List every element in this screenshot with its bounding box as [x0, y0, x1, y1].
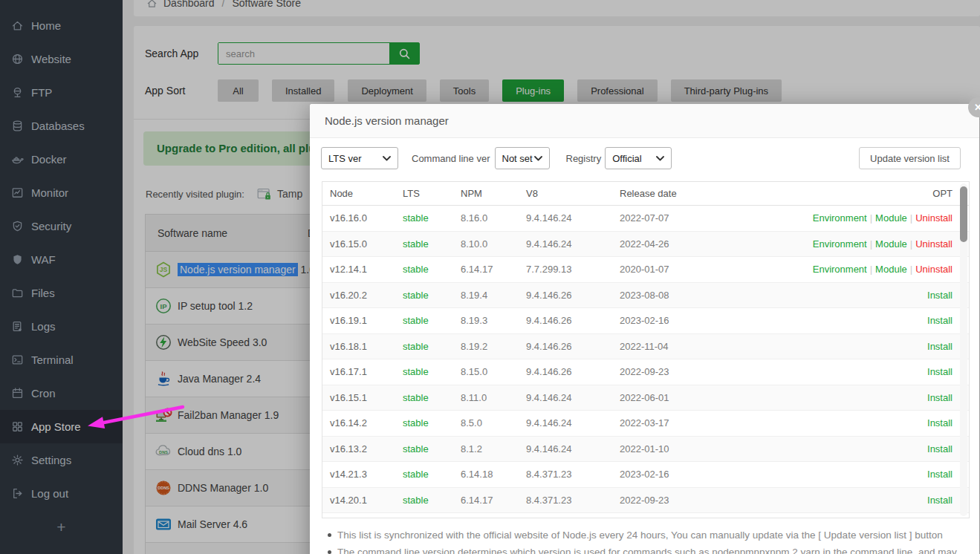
opt-cell: Install — [798, 417, 969, 428]
opt-cell: Install — [798, 290, 969, 301]
table-scrollbar-track[interactable] — [960, 183, 967, 516]
registry-label: Registry — [566, 153, 602, 164]
node-version-row-v16-15-0: v16.15.0stable8.10.09.4.146.242022-04-26… — [322, 232, 969, 258]
lts-cell: stable — [403, 392, 461, 403]
npm-cell: 8.1.2 — [461, 443, 526, 454]
release-date-cell: 2022-09-23 — [620, 366, 798, 377]
chevron-down-icon — [656, 156, 664, 161]
uninstall-link[interactable]: Uninstall — [915, 212, 953, 224]
node-cell: v12.14.1 — [322, 264, 403, 275]
nodejs-version-manager-modal: ✕ Node.js version manager LTS ver Comman… — [310, 104, 979, 554]
module-link[interactable]: Module — [875, 264, 907, 275]
module-link[interactable]: Module — [875, 212, 907, 224]
node-version-row-v16-17-1: v16.17.1stable8.15.09.4.146.262022-09-23… — [322, 359, 969, 385]
install-link[interactable]: Install — [927, 469, 953, 480]
command-line-ver-select[interactable]: Not set — [495, 147, 550, 169]
v8-cell: 8.4.371.23 — [526, 469, 620, 480]
npm-cell: 8.11.0 — [461, 392, 526, 403]
node-cell: v16.14.2 — [322, 417, 403, 428]
node-cell: v16.15.0 — [322, 238, 403, 250]
v8-cell: 9.4.146.24 — [526, 443, 620, 454]
lts-cell: stable — [403, 495, 461, 506]
command-line-ver-label: Command line ver — [412, 153, 490, 164]
release-date-cell: 2022-07-07 — [620, 212, 798, 224]
uninstall-link[interactable]: Uninstall — [915, 238, 953, 250]
node-version-row-v16-20-2: v16.20.2stable8.19.49.4.146.262023-08-08… — [322, 283, 969, 309]
lts-version-select[interactable]: LTS ver — [321, 147, 398, 169]
lts-cell: stable — [403, 443, 461, 454]
node-cell: v16.18.1 — [322, 341, 403, 352]
node-version-row-v14-21-3: v14.21.3stable6.14.188.4.371.232023-02-1… — [322, 462, 969, 488]
lts-cell: stable — [403, 341, 461, 352]
environment-link[interactable]: Environment — [813, 238, 867, 250]
npm-cell: 8.16.0 — [461, 212, 526, 224]
modal-notes: This list is synchronized with the offic… — [326, 529, 969, 554]
opt-cell: Install — [798, 495, 969, 506]
update-version-list-button[interactable]: Update version list — [859, 147, 961, 169]
note-sync: This list is synchronized with the offic… — [326, 529, 969, 541]
opt-cell: Environment|Module|Uninstall — [798, 212, 969, 224]
col-lts: LTS — [403, 188, 461, 199]
node-cell: v16.16.0 — [322, 212, 403, 224]
lts-cell: stable — [403, 290, 461, 301]
node-version-row-v14-20-1: v14.20.1stable6.14.178.4.371.232022-09-2… — [322, 488, 969, 514]
npm-cell: 8.5.0 — [461, 417, 526, 428]
opt-cell: Environment|Module|Uninstall — [798, 238, 969, 250]
node-cell: v16.19.1 — [322, 315, 403, 326]
lts-cell: stable — [403, 366, 461, 377]
node-cell: v14.20.1 — [322, 495, 403, 506]
v8-cell: 9.4.146.24 — [526, 212, 620, 224]
node-version-row-v16-19-1: v16.19.1stable8.19.39.4.146.262023-02-16… — [322, 308, 969, 334]
install-link[interactable]: Install — [927, 495, 953, 506]
v8-cell: 9.4.146.24 — [526, 392, 620, 403]
node-cell: v16.17.1 — [322, 366, 403, 377]
release-date-cell: 2023-08-08 — [620, 290, 798, 301]
install-link[interactable]: Install — [927, 443, 953, 454]
module-link[interactable]: Module — [875, 238, 907, 250]
separator: | — [870, 264, 872, 275]
command-line-select-value: Not set — [502, 153, 533, 164]
col-release-date: Release date — [620, 188, 798, 199]
node-version-row-v16-18-1: v16.18.1stable8.19.29.4.146.262022-11-04… — [322, 334, 969, 360]
node-version-row-v16-15-1: v16.15.1stable8.11.09.4.146.242022-06-01… — [322, 385, 969, 411]
install-link[interactable]: Install — [927, 417, 953, 428]
v8-cell: 9.4.146.24 — [526, 417, 620, 428]
npm-cell: 6.14.17 — [461, 495, 526, 506]
opt-cell: Install — [798, 469, 969, 480]
release-date-cell: 2022-09-23 — [620, 495, 798, 506]
install-link[interactable]: Install — [927, 290, 953, 301]
uninstall-link[interactable]: Uninstall — [915, 264, 953, 275]
v8-cell: 9.4.146.26 — [526, 315, 620, 326]
registry-select-value: Official — [612, 153, 642, 164]
install-link[interactable]: Install — [927, 315, 953, 326]
separator: | — [910, 264, 912, 275]
npm-cell: 8.19.4 — [461, 290, 526, 301]
install-link[interactable]: Install — [927, 392, 953, 403]
node-cell: v14.21.3 — [322, 469, 403, 480]
lts-cell: stable — [403, 315, 461, 326]
modal-header: Node.js version manager — [310, 104, 979, 138]
node-version-row-v12-14-1: v12.14.1stable6.14.177.7.299.132020-01-0… — [322, 257, 969, 283]
release-date-cell: 2023-02-16 — [620, 315, 798, 326]
install-link[interactable]: Install — [927, 366, 953, 377]
table-scrollbar-thumb[interactable] — [960, 186, 967, 242]
separator: | — [870, 238, 872, 250]
note-command-line: The command line version determines whic… — [326, 546, 969, 554]
chevron-down-icon — [383, 156, 391, 161]
lts-cell: stable — [403, 238, 461, 250]
release-date-cell: 2022-03-17 — [620, 417, 798, 428]
node-version-row-v16-13-2: v16.13.2stable8.1.29.4.146.242022-01-10I… — [322, 437, 969, 463]
release-date-cell: 2022-11-04 — [620, 341, 798, 352]
separator: | — [910, 238, 912, 250]
node-version-row-v16-16-0: v16.16.0stable8.16.09.4.146.242022-07-07… — [322, 206, 969, 232]
opt-cell: Install — [798, 315, 969, 326]
registry-select[interactable]: Official — [605, 147, 672, 169]
lts-cell: stable — [403, 212, 461, 224]
release-date-cell: 2022-06-01 — [620, 392, 798, 403]
environment-link[interactable]: Environment — [813, 212, 867, 224]
npm-cell: 8.10.0 — [461, 238, 526, 250]
environment-link[interactable]: Environment — [813, 264, 867, 275]
opt-cell: Install — [798, 443, 969, 454]
opt-cell: Install — [798, 366, 969, 377]
install-link[interactable]: Install — [927, 341, 953, 352]
